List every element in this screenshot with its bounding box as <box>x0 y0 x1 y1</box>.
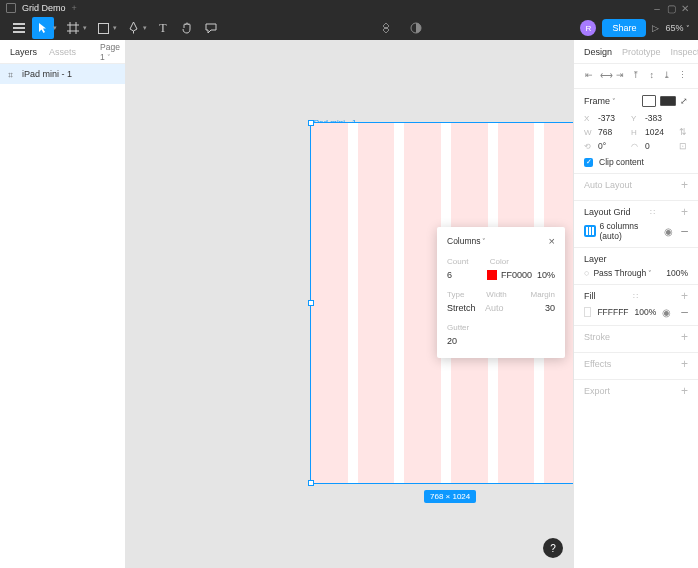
align-bottom-icon[interactable]: ⤓ <box>662 70 672 80</box>
x-input[interactable]: -373 <box>598 113 627 123</box>
assets-tab[interactable]: Assets <box>49 47 76 57</box>
fill-swatch[interactable] <box>584 307 591 317</box>
color-label: Color <box>490 257 555 266</box>
comment-tool[interactable] <box>200 17 222 39</box>
grid-color-hex[interactable]: FF0000 <box>501 270 532 280</box>
clip-content-label: Clip content <box>599 157 644 167</box>
independent-corners-icon[interactable]: ⊡ <box>678 141 688 151</box>
layout-grid-styles-icon[interactable]: ∷ <box>650 208 655 217</box>
align-left-icon[interactable]: ⇤ <box>584 70 594 80</box>
add-auto-layout-button[interactable]: + <box>681 181 688 189</box>
inspect-tab[interactable]: Inspect <box>671 47 698 57</box>
move-tool[interactable] <box>32 17 54 39</box>
effects-section: Effects + <box>574 353 698 380</box>
distribute-icon[interactable]: ⋮ <box>678 70 688 80</box>
hand-tool[interactable] <box>176 17 198 39</box>
layout-grid-item[interactable]: 6 columns (auto) <box>600 221 661 241</box>
add-effect-button[interactable]: + <box>681 360 688 368</box>
layer-row-selected[interactable]: iPad mini - 1 <box>0 64 125 84</box>
layers-tab[interactable]: Layers <box>10 47 37 57</box>
frame-tool[interactable] <box>62 17 84 39</box>
grid-color-opacity[interactable]: 10% <box>537 270 555 280</box>
columns-grid-icon[interactable] <box>584 225 596 237</box>
frame-tool-chevron[interactable]: ▾ <box>83 24 87 32</box>
orientation-portrait[interactable] <box>642 95 656 107</box>
page-selector[interactable]: Page 1 <box>100 42 120 62</box>
share-button[interactable]: Share <box>602 19 646 37</box>
layout-grid-visibility-icon[interactable]: ◉ <box>664 226 673 237</box>
blend-mode-select[interactable]: Pass Through <box>593 268 652 278</box>
add-export-button[interactable]: + <box>681 387 688 395</box>
left-panel: Layers Assets Page 1 iPad mini - 1 <box>0 40 126 568</box>
margin-label: Margin <box>526 290 555 299</box>
layer-opacity-input[interactable]: 100% <box>666 268 688 278</box>
svg-rect-1 <box>13 27 25 29</box>
mask-icon[interactable] <box>405 17 427 39</box>
orientation-landscape[interactable] <box>660 96 676 106</box>
grid-color-swatch[interactable] <box>487 270 497 280</box>
fill-hex-input[interactable]: FFFFFF <box>597 307 628 317</box>
move-tool-chevron[interactable]: ▾ <box>53 24 57 32</box>
add-fill-button[interactable]: + <box>681 292 688 300</box>
resize-handle-bl[interactable] <box>308 480 314 486</box>
type-input[interactable]: Stretch <box>447 303 479 313</box>
canvas[interactable]: iPad mini - 1 768 × 1024 Columns × Count… <box>126 40 573 568</box>
pen-tool-chevron[interactable]: ▾ <box>143 24 147 32</box>
main-menu-button[interactable] <box>8 17 30 39</box>
constrain-proportions-icon[interactable]: ⇅ <box>678 127 688 137</box>
prototype-tab[interactable]: Prototype <box>622 47 661 57</box>
new-tab-button[interactable]: + <box>72 3 77 13</box>
selection-dimensions: 768 × 1024 <box>424 490 476 503</box>
align-hcenter-icon[interactable]: ⟷ <box>600 70 610 80</box>
remove-fill-button[interactable]: – <box>681 305 688 319</box>
resize-handle-tl[interactable] <box>308 120 314 126</box>
pen-tool[interactable] <box>122 17 144 39</box>
y-input[interactable]: -383 <box>645 113 674 123</box>
resize-handle-ml[interactable] <box>308 300 314 306</box>
fill-styles-icon[interactable]: ∷ <box>633 292 638 301</box>
margin-input[interactable]: 30 <box>523 303 555 313</box>
window-minimize[interactable]: – <box>650 3 664 14</box>
add-stroke-button[interactable]: + <box>681 333 688 341</box>
h-input[interactable]: 1024 <box>645 127 674 137</box>
toolbar: ▾ ▾ ▾ ▾ T R Share ▷ 65% ˅ <box>0 16 698 40</box>
popover-close-icon[interactable]: × <box>549 235 555 247</box>
blend-mode-icon[interactable]: ○ <box>584 268 589 278</box>
frame-preset[interactable]: Frame <box>584 96 616 106</box>
clip-content-checkbox[interactable]: ✓ <box>584 158 593 167</box>
count-label: Count <box>447 257 480 266</box>
export-title: Export <box>584 386 610 396</box>
export-section: Export + <box>574 380 698 406</box>
help-button[interactable]: ? <box>543 538 563 558</box>
layer-title: Layer <box>584 254 607 264</box>
user-avatar[interactable]: R <box>580 20 596 36</box>
rotation-input[interactable]: 0° <box>598 141 627 151</box>
remove-layout-grid-button[interactable]: – <box>681 224 688 238</box>
component-icon[interactable] <box>375 17 397 39</box>
file-tab[interactable]: Grid Demo <box>22 3 66 13</box>
add-layout-grid-button[interactable]: + <box>681 208 688 216</box>
count-input[interactable]: 6 <box>447 270 481 280</box>
resize-to-fit-icon[interactable]: ⤢ <box>680 96 688 106</box>
zoom-level[interactable]: 65% ˅ <box>665 23 690 33</box>
shape-tool[interactable] <box>92 17 114 39</box>
window-maximize[interactable]: ▢ <box>664 3 678 14</box>
gutter-input[interactable]: 20 <box>447 336 457 346</box>
fill-opacity-input[interactable]: 100% <box>635 307 657 317</box>
present-button[interactable]: ▷ <box>652 23 659 33</box>
corner-radius-input[interactable]: 0 <box>645 141 674 151</box>
window-close[interactable]: ✕ <box>678 3 692 14</box>
design-tab[interactable]: Design <box>584 47 612 57</box>
svg-rect-2 <box>13 31 25 33</box>
w-input[interactable]: 768 <box>598 127 627 137</box>
align-top-icon[interactable]: ⤒ <box>631 70 641 80</box>
shape-tool-chevron[interactable]: ▾ <box>113 24 117 32</box>
align-right-icon[interactable]: ⇥ <box>615 70 625 80</box>
layout-grid-title: Layout Grid <box>584 207 631 217</box>
type-label: Type <box>447 290 476 299</box>
popover-title[interactable]: Columns <box>447 236 487 246</box>
figma-logo-icon[interactable] <box>6 3 16 13</box>
align-vcenter-icon[interactable]: ↕ <box>647 70 657 80</box>
text-tool[interactable]: T <box>152 17 174 39</box>
fill-visibility-icon[interactable]: ◉ <box>662 307 671 318</box>
